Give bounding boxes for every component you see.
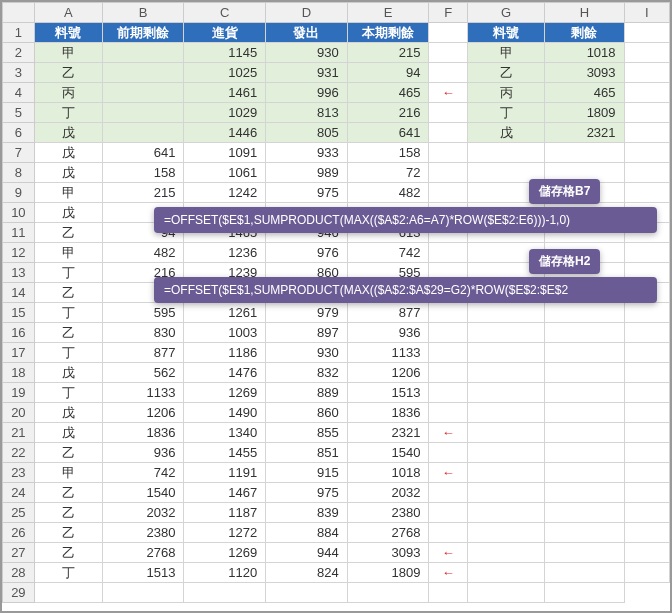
row-hdr[interactable]: 11 — [3, 223, 35, 243]
cell-id[interactable]: 乙 — [34, 323, 102, 343]
cell[interactable] — [266, 583, 348, 603]
cell[interactable] — [624, 303, 669, 323]
cell[interactable] — [468, 523, 545, 543]
cell-num[interactable]: 1269 — [184, 383, 266, 403]
cell-num[interactable]: 2321 — [347, 423, 429, 443]
cell[interactable] — [468, 443, 545, 463]
side-th[interactable]: 料號 — [468, 23, 545, 43]
main-th[interactable]: 前期剩餘 — [102, 23, 184, 43]
side-id[interactable]: 丁 — [468, 103, 545, 123]
cell-id[interactable]: 甲 — [34, 243, 102, 263]
corner[interactable] — [3, 3, 35, 23]
cell[interactable] — [468, 383, 545, 403]
cell-num[interactable]: 877 — [102, 343, 184, 363]
cell-num[interactable] — [102, 63, 184, 83]
cell-num[interactable]: 930 — [266, 43, 348, 63]
row-hdr[interactable]: 26 — [3, 523, 35, 543]
cell-num[interactable]: 933 — [266, 143, 348, 163]
row-hdr[interactable]: 13 — [3, 263, 35, 283]
cell-id[interactable]: 乙 — [34, 443, 102, 463]
row-hdr[interactable]: 27 — [3, 543, 35, 563]
cell-id[interactable]: 乙 — [34, 223, 102, 243]
cell-id[interactable]: 乙 — [34, 283, 102, 303]
cell-num[interactable]: 595 — [102, 303, 184, 323]
row-hdr[interactable]: 6 — [3, 123, 35, 143]
row-hdr[interactable]: 9 — [3, 183, 35, 203]
cell-num[interactable]: 1236 — [184, 243, 266, 263]
col-F[interactable]: F — [429, 3, 468, 23]
row-hdr[interactable]: 12 — [3, 243, 35, 263]
cell-num[interactable]: 1133 — [102, 383, 184, 403]
cell[interactable] — [624, 423, 669, 443]
cell[interactable] — [468, 143, 545, 163]
cell[interactable] — [624, 23, 669, 43]
cell[interactable] — [624, 123, 669, 143]
cell-id[interactable]: 乙 — [34, 523, 102, 543]
cell[interactable] — [624, 363, 669, 383]
cell[interactable] — [624, 43, 669, 63]
cell-num[interactable]: 482 — [347, 183, 429, 203]
cell-num[interactable]: 3093 — [347, 543, 429, 563]
cell-num[interactable]: 1242 — [184, 183, 266, 203]
cell[interactable] — [468, 503, 545, 523]
cell-num[interactable]: 215 — [102, 183, 184, 203]
side-num[interactable]: 1809 — [545, 103, 624, 123]
cell[interactable] — [624, 243, 669, 263]
cell[interactable] — [624, 403, 669, 423]
cell-num[interactable]: 851 — [266, 443, 348, 463]
cell-num[interactable]: 1461 — [184, 83, 266, 103]
cell-num[interactable]: 1025 — [184, 63, 266, 83]
cell-num[interactable]: 1191 — [184, 463, 266, 483]
row-hdr[interactable]: 10 — [3, 203, 35, 223]
cell-num[interactable]: 1091 — [184, 143, 266, 163]
cell[interactable] — [624, 543, 669, 563]
cell-num[interactable]: 1272 — [184, 523, 266, 543]
cell-num[interactable]: 897 — [266, 323, 348, 343]
cell-num[interactable]: 94 — [347, 63, 429, 83]
cell-num[interactable]: 2380 — [102, 523, 184, 543]
cell-num[interactable]: 830 — [102, 323, 184, 343]
cell[interactable] — [624, 563, 669, 583]
cell-num[interactable]: 839 — [266, 503, 348, 523]
cell-id[interactable]: 乙 — [34, 63, 102, 83]
cell-num[interactable]: 158 — [102, 163, 184, 183]
side-num[interactable]: 1018 — [545, 43, 624, 63]
row-hdr[interactable]: 14 — [3, 283, 35, 303]
row-hdr[interactable]: 17 — [3, 343, 35, 363]
row-hdr[interactable]: 28 — [3, 563, 35, 583]
cell-num[interactable]: 1206 — [102, 403, 184, 423]
cell[interactable] — [545, 423, 624, 443]
cell-id[interactable]: 甲 — [34, 183, 102, 203]
row-hdr[interactable]: 15 — [3, 303, 35, 323]
side-id[interactable]: 戊 — [468, 123, 545, 143]
side-num[interactable]: 465 — [545, 83, 624, 103]
cell[interactable] — [468, 363, 545, 383]
cell-num[interactable]: 72 — [347, 163, 429, 183]
row-hdr[interactable]: 21 — [3, 423, 35, 443]
cell-num[interactable]: 805 — [266, 123, 348, 143]
side-num[interactable]: 2321 — [545, 123, 624, 143]
cell[interactable] — [545, 383, 624, 403]
cell-num[interactable]: 1269 — [184, 543, 266, 563]
cell-id[interactable]: 戊 — [34, 203, 102, 223]
col-E[interactable]: E — [347, 3, 429, 23]
cell-num[interactable]: 931 — [266, 63, 348, 83]
cell-num[interactable]: 930 — [266, 343, 348, 363]
cell-num[interactable]: 641 — [347, 123, 429, 143]
cell-num[interactable]: 1145 — [184, 43, 266, 63]
cell-id[interactable]: 丁 — [34, 303, 102, 323]
cell-num[interactable]: 944 — [266, 543, 348, 563]
row-hdr[interactable]: 29 — [3, 583, 35, 603]
cell[interactable] — [468, 323, 545, 343]
side-id[interactable]: 甲 — [468, 43, 545, 63]
cell-num[interactable]: 1187 — [184, 503, 266, 523]
cell[interactable] — [545, 583, 624, 603]
cell-num[interactable]: 884 — [266, 523, 348, 543]
cell[interactable] — [468, 463, 545, 483]
cell-num[interactable]: 936 — [347, 323, 429, 343]
cell-id[interactable]: 戊 — [34, 143, 102, 163]
cell[interactable] — [545, 563, 624, 583]
cell-num[interactable]: 860 — [266, 403, 348, 423]
cell-num[interactable]: 975 — [266, 183, 348, 203]
cell[interactable] — [468, 343, 545, 363]
